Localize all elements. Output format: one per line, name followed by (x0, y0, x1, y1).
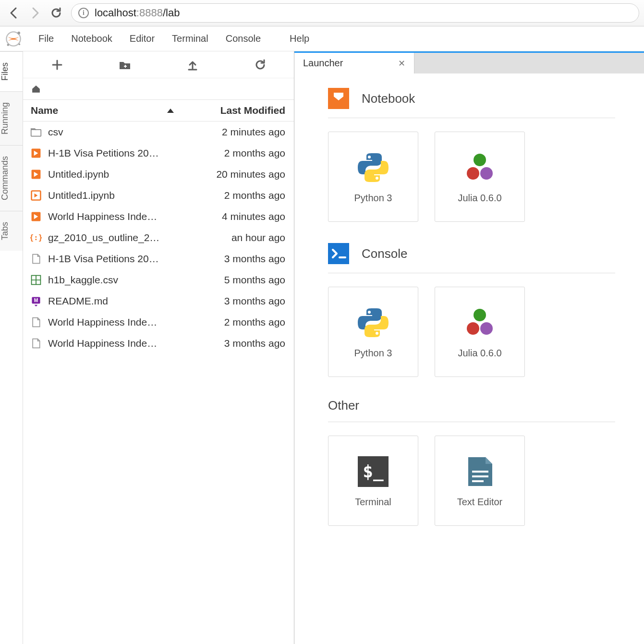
file-icon (30, 253, 42, 265)
sort-ascending-icon (167, 109, 174, 113)
file-row[interactable]: World Happiness Inde…3 months ago (23, 333, 294, 354)
nb-icon (30, 210, 42, 223)
notebook-section-icon (328, 88, 349, 109)
file-modified: 5 months ago (180, 274, 285, 286)
tab-launcher[interactable]: Launcher ✕ (294, 53, 414, 73)
section-title: Console (362, 246, 407, 261)
new-launcher-button[interactable] (48, 55, 67, 74)
file-name: h1b_kaggle.csv (48, 274, 180, 286)
section-title: Notebook (362, 91, 415, 106)
activity-tab-commands[interactable]: Commands (0, 145, 23, 211)
file-list: csv2 minutes agoH-1B Visa Petitions 20…2… (23, 122, 294, 644)
file-modified: 3 months ago (180, 338, 285, 349)
python-icon (356, 305, 390, 340)
column-modified[interactable]: Last Modified (188, 105, 294, 116)
card-label: Text Editor (457, 497, 502, 508)
file-icon (30, 337, 42, 350)
browser-toolbar: i localhost:8888/lab (0, 0, 644, 26)
file-row[interactable]: Untitled1.ipynb2 months ago (23, 185, 294, 206)
nav-forward-button[interactable] (26, 4, 44, 22)
activity-tab-files[interactable]: Files (0, 51, 23, 91)
launcher-card-julia-0-6-0[interactable]: Julia 0.6.0 (435, 287, 525, 377)
file-name: World Happiness Inde… (48, 338, 180, 349)
menu-file[interactable]: File (30, 26, 62, 51)
refresh-button[interactable] (251, 55, 270, 74)
nav-back-button[interactable] (5, 4, 23, 22)
file-modified: 2 months ago (180, 147, 285, 159)
file-name: csv (48, 126, 180, 138)
menu-help[interactable]: Help (281, 26, 318, 51)
julia-icon (462, 305, 497, 340)
file-name: H-1B Visa Petitions 20… (48, 147, 180, 159)
file-modified: an hour ago (180, 232, 285, 243)
launcher-card-text-editor[interactable]: Text Editor (435, 436, 525, 526)
julia-icon (462, 150, 497, 185)
activity-tab-tabs[interactable]: Tabs (0, 211, 23, 251)
column-name[interactable]: Name (23, 105, 188, 116)
launcher-section-notebook: NotebookPython 3Julia 0.6.0 (328, 88, 615, 222)
launcher: NotebookPython 3Julia 0.6.0ConsolePython… (294, 73, 644, 644)
file-row[interactable]: World Happiness Inde…2 months ago (23, 312, 294, 333)
address-bar[interactable]: i localhost:8888/lab (71, 3, 639, 23)
file-row[interactable]: gz_2010_us_outline_2…an hour ago (23, 227, 294, 248)
main-area: Launcher ✕ NotebookPython 3Julia 0.6.0Co… (294, 51, 644, 644)
file-row[interactable]: h1b_kaggle.csv5 months ago (23, 269, 294, 291)
file-browser-panel: Name Last Modified csv2 minutes agoH-1B … (23, 51, 294, 644)
url-path: /lab (163, 7, 180, 19)
nb-run-icon (30, 189, 42, 202)
file-row[interactable]: World Happiness Inde…4 minutes ago (23, 206, 294, 227)
card-label: Python 3 (354, 348, 392, 359)
card-label: Terminal (355, 497, 391, 508)
csv-icon (30, 274, 42, 286)
file-name: H-1B Visa Petitions 20… (48, 253, 180, 265)
file-name: gz_2010_us_outline_2… (48, 232, 180, 243)
launcher-section-console: ConsolePython 3Julia 0.6.0 (328, 243, 615, 377)
section-title: Other (328, 398, 359, 413)
tab-close-button[interactable]: ✕ (389, 58, 405, 69)
tab-title: Launcher (303, 58, 343, 69)
tab-strip: Launcher ✕ (294, 51, 644, 73)
file-modified: 2 months ago (180, 316, 285, 328)
section-header: Notebook (328, 88, 615, 118)
menu-console[interactable]: Console (217, 26, 269, 51)
home-icon (31, 84, 41, 94)
md-icon (30, 295, 42, 307)
file-row[interactable]: csv2 minutes ago (23, 122, 294, 143)
nb-icon (30, 168, 42, 181)
file-name: README.md (48, 295, 180, 307)
app-menubar: FileNotebookEditorTerminalConsoleHelp (0, 26, 644, 51)
file-icon (30, 316, 42, 328)
section-header: Console (328, 243, 615, 273)
breadcrumb[interactable] (23, 78, 294, 99)
nav-reload-button[interactable] (47, 4, 65, 22)
upload-button[interactable] (183, 55, 202, 74)
site-info-icon[interactable]: i (78, 8, 89, 18)
launcher-card-julia-0-6-0[interactable]: Julia 0.6.0 (435, 132, 525, 222)
menu-editor[interactable]: Editor (121, 26, 163, 51)
activity-tab-running[interactable]: Running (0, 91, 23, 145)
file-modified: 2 months ago (180, 190, 285, 201)
file-row[interactable]: README.md3 months ago (23, 291, 294, 312)
card-label: Julia 0.6.0 (458, 193, 501, 204)
file-row[interactable]: H-1B Visa Petitions 20…3 months ago (23, 248, 294, 269)
file-name: Untitled.ipynb (48, 169, 180, 180)
launcher-card-terminal[interactable]: Terminal (328, 436, 418, 526)
file-row[interactable]: Untitled.ipynb20 minutes ago (23, 164, 294, 185)
activity-bar: FilesRunningCommandsTabs (0, 51, 23, 644)
file-row[interactable]: H-1B Visa Petitions 20…2 months ago (23, 143, 294, 164)
menu-terminal[interactable]: Terminal (163, 26, 217, 51)
url-port: :8888 (136, 7, 163, 19)
menu-notebook[interactable]: Notebook (62, 26, 121, 51)
file-name: World Happiness Inde… (48, 211, 180, 222)
console-section-icon (328, 243, 349, 264)
launcher-section-other: OtherTerminalText Editor (328, 398, 615, 526)
python-icon (356, 150, 390, 185)
launcher-card-python-3[interactable]: Python 3 (328, 132, 418, 222)
launcher-card-python-3[interactable]: Python 3 (328, 287, 418, 377)
new-folder-button[interactable] (115, 55, 134, 74)
file-modified: 2 minutes ago (180, 126, 285, 138)
file-toolbar (23, 51, 294, 78)
card-label: Python 3 (354, 193, 392, 204)
file-name: Untitled1.ipynb (48, 190, 180, 201)
nb-icon (30, 147, 42, 159)
